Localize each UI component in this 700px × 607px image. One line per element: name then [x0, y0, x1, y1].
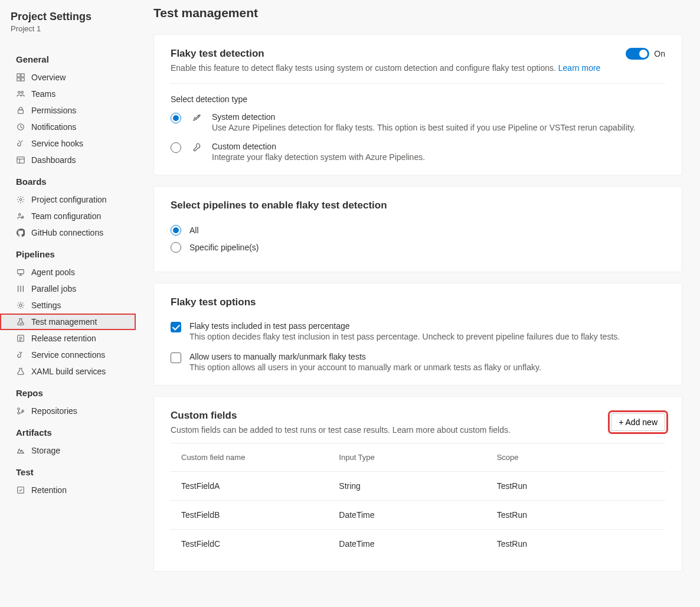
sidebar-item-project-configuration[interactable]: Project configuration [0, 191, 136, 208]
clock-icon [16, 122, 25, 132]
sidebar-item-label: Parallel jobs [31, 284, 76, 293]
svg-rect-18 [18, 487, 24, 494]
agent-icon [16, 267, 25, 277]
pipelines-all-label: All [189, 226, 199, 235]
sidebar-item-label: Release retention [31, 334, 96, 343]
sidebar-item-label: Permissions [31, 106, 76, 115]
custom-detection-desc: Integrate your flaky detection system wi… [212, 152, 425, 162]
radio-checked-icon [171, 113, 181, 123]
cell-type: String [339, 481, 496, 491]
sidebar-item-storage[interactable]: Storage [0, 442, 136, 459]
sidebar-item-teams[interactable]: Teams [0, 86, 136, 102]
sidebar-item-agent-pools[interactable]: Agent pools [0, 264, 136, 280]
sidebar-item-repositories[interactable]: Repositories [0, 403, 136, 419]
select-pipelines-card: Select pipelines to enable flaky test de… [153, 186, 682, 272]
sidebar-group-label: Repos [0, 380, 136, 403]
pipelines-specific-label: Specific pipeline(s) [189, 243, 259, 252]
options-title: Flaky test options [171, 296, 665, 308]
custom-fields-header: Custom field name Input Type Scope [171, 443, 665, 472]
dashboard-icon [16, 155, 25, 165]
col-type: Input Type [339, 453, 496, 462]
sidebar-group-label: General [0, 46, 136, 69]
system-detection-title: System detection [212, 112, 636, 122]
learn-more-link[interactable]: Learn more [558, 63, 601, 73]
sidebar-item-settings[interactable]: Settings [0, 297, 136, 314]
sidebar-item-permissions[interactable]: Permissions [0, 102, 136, 119]
col-name: Custom field name [181, 453, 339, 462]
radio-unchecked-icon [171, 242, 181, 253]
include-flaky-option[interactable]: Flaky tests included in test pass percen… [171, 321, 665, 341]
manual-flaky-option[interactable]: Allow users to manually mark/unmark flak… [171, 352, 665, 372]
cell-scope: TestRun [497, 510, 655, 520]
svg-point-4 [18, 92, 21, 94]
sidebar-item-label: Teams [31, 89, 55, 99]
pipelines-specific-option[interactable]: Specific pipeline(s) [171, 242, 665, 253]
test-icon [16, 317, 25, 327]
main-content: Test management Flaky test detection Ena… [136, 0, 700, 607]
sidebar-item-label: Settings [31, 301, 61, 310]
custom-detection-title: Custom detection [212, 142, 425, 151]
parallel-icon [16, 284, 25, 293]
svg-rect-1 [21, 74, 24, 77]
sidebar-item-notifications[interactable]: Notifications [0, 119, 136, 135]
xaml-icon [16, 367, 25, 376]
svg-point-15 [18, 408, 20, 410]
sidebar-item-retention[interactable]: Retention [0, 482, 136, 498]
table-row[interactable]: TestFieldAStringTestRun [171, 472, 665, 501]
system-detection-option[interactable]: System detection Use Azure Pipelines det… [171, 112, 665, 132]
toggle-on-icon [626, 48, 649, 60]
manual-desc: This option allows all users in your acc… [189, 363, 541, 372]
storage-icon [16, 446, 25, 455]
select-detection-type-label: Select detection type [171, 94, 665, 104]
connection-icon [16, 350, 25, 360]
custom-fields-card: Custom fields Custom fields can be added… [153, 396, 682, 572]
radio-unchecked-icon [171, 142, 181, 153]
lock-icon [16, 106, 25, 115]
system-detection-desc: Use Azure Pipelines detection for flaky … [212, 123, 636, 132]
sidebar-item-github-connections[interactable]: GitHub connections [0, 224, 136, 241]
retention-icon [16, 334, 25, 343]
rocket-icon [192, 113, 201, 122]
sidebar-item-release-retention[interactable]: Release retention [0, 330, 136, 347]
sidebar-item-service-hooks[interactable]: Service hooks [0, 135, 136, 152]
pipelines-all-option[interactable]: All [171, 224, 665, 236]
sidebar-item-label: GitHub connections [31, 228, 103, 237]
svg-rect-8 [17, 157, 24, 164]
flaky-title: Flaky test detection [171, 48, 600, 60]
sidebar-item-label: Service hooks [31, 139, 83, 148]
sidebar-group-label: Test [0, 459, 136, 482]
wrench-icon [192, 142, 201, 152]
sidebar-item-label: Notifications [31, 122, 76, 132]
repo-icon [16, 406, 25, 416]
flaky-desc-text: Enable this feature to detect flaky test… [171, 63, 558, 73]
flaky-options-card: Flaky test options Flaky tests included … [153, 283, 682, 386]
checkbox-unchecked-icon [171, 353, 181, 363]
svg-point-5 [21, 92, 24, 94]
overview-icon [16, 73, 25, 82]
svg-rect-3 [21, 78, 24, 81]
sidebar-subtitle: Project 1 [0, 24, 136, 46]
manual-title: Allow users to manually mark/unmark flak… [189, 352, 541, 361]
table-row[interactable]: TestFieldCDateTimeTestRun [171, 530, 665, 558]
flaky-toggle[interactable]: On [626, 48, 665, 60]
sidebar-item-xaml-build-services[interactable]: XAML build services [0, 363, 136, 380]
svg-point-19 [198, 115, 198, 116]
toggle-label: On [654, 49, 665, 58]
flaky-detection-card: Flaky test detection Enable this feature… [153, 34, 682, 175]
sidebar-group-label: Boards [0, 168, 136, 191]
sidebar-item-test-management[interactable]: Test management [0, 314, 136, 330]
sidebar-item-parallel-jobs[interactable]: Parallel jobs [0, 280, 136, 297]
include-desc: This option decides flaky test inclusion… [189, 332, 620, 341]
add-new-button[interactable]: + Add new [611, 413, 665, 431]
sidebar-item-team-configuration[interactable]: Team configuration [0, 208, 136, 224]
sidebar-item-dashboards[interactable]: Dashboards [0, 152, 136, 168]
custom-fields-title: Custom fields [171, 410, 511, 422]
sidebar-item-service-connections[interactable]: Service connections [0, 347, 136, 363]
sidebar-item-overview[interactable]: Overview [0, 69, 136, 86]
config-icon [16, 195, 25, 204]
table-row[interactable]: TestFieldBDateTimeTestRun [171, 501, 665, 530]
custom-fields-desc: Custom fields can be added to test runs … [171, 425, 511, 435]
sidebar-item-label: Service connections [31, 350, 105, 360]
flaky-desc: Enable this feature to detect flaky test… [171, 63, 600, 73]
custom-detection-option[interactable]: Custom detection Integrate your flaky de… [171, 142, 665, 162]
